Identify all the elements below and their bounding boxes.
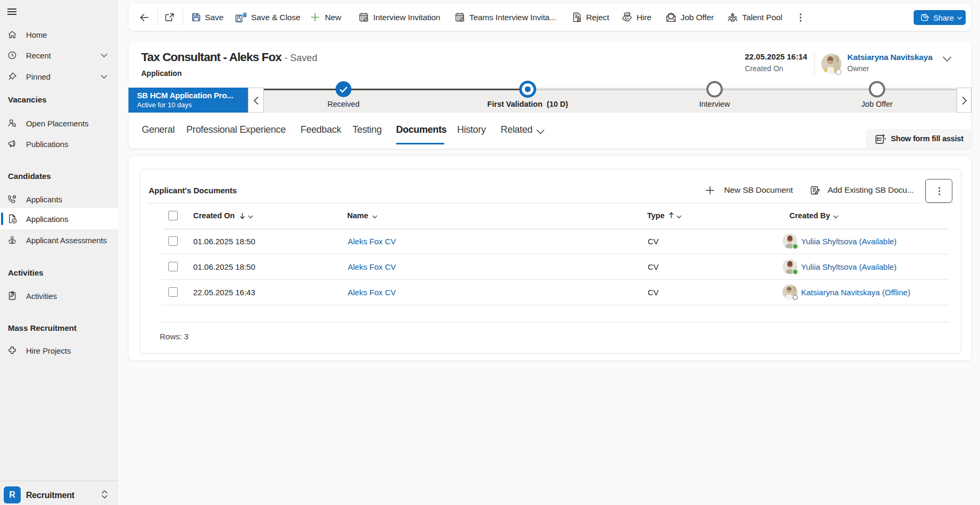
svg-text:JOB: JOB [669,14,673,16]
